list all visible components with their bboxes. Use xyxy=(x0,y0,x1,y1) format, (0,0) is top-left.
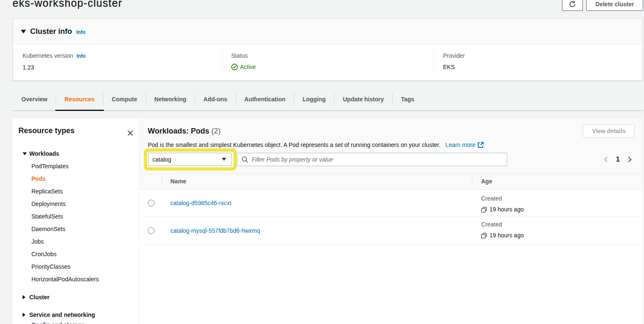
pods-panel-title: Workloads: Pods (2) xyxy=(148,127,221,136)
age-cell: Created 19 hours ago xyxy=(481,220,524,240)
pagination: 1 xyxy=(601,153,635,166)
pods-description: Pod is the smallest and simplest Kuberne… xyxy=(148,141,484,149)
cluster-info-info-link[interactable]: Info xyxy=(76,29,85,35)
search-icon xyxy=(242,156,248,163)
tree-item-priorityclasses[interactable]: PriorityClasses xyxy=(18,260,139,273)
age-text: 19 hours ago xyxy=(489,205,524,214)
sidebar-close-button[interactable] xyxy=(125,128,136,139)
status-label: Status xyxy=(231,51,434,60)
pods-panel-header: Workloads: Pods (2) View details Pod is … xyxy=(139,118,643,174)
caret-down-icon xyxy=(18,152,29,155)
pods-count: (2) xyxy=(211,127,221,135)
cluster-info-title: Cluster info xyxy=(30,27,72,36)
resource-tree: Workloads PodTemplates Pods ReplicaSets … xyxy=(18,147,139,321)
pods-panel: Workloads: Pods (2) View details Pod is … xyxy=(139,118,643,324)
status-field: Status Active xyxy=(222,44,434,80)
tree-item-podtemplates[interactable]: PodTemplates xyxy=(18,160,139,172)
tab-tags[interactable]: Tags xyxy=(393,93,423,111)
provider-label: Provider xyxy=(443,51,642,60)
tab-authentication[interactable]: Authentication xyxy=(236,93,294,111)
age-created-label: Created xyxy=(481,220,524,229)
caret-right-icon xyxy=(18,295,29,299)
learn-more-link[interactable]: Learn more xyxy=(446,141,476,148)
pods-filter-input[interactable] xyxy=(252,156,507,163)
cluster-info-body: Kubernetes versionInfo 1.23 Status Activ… xyxy=(13,44,642,80)
cluster-tabs: Overview Resources Compute Networking Ad… xyxy=(13,93,422,111)
provider-value: EKS xyxy=(443,63,642,71)
previous-page-button[interactable] xyxy=(601,154,611,165)
column-separator xyxy=(162,178,162,185)
status-text: Active xyxy=(240,63,256,71)
tab-update-history[interactable]: Update history xyxy=(335,93,392,111)
column-header-age[interactable]: Age xyxy=(481,174,492,189)
tab-overview[interactable]: Overview xyxy=(13,93,56,111)
view-details-button[interactable]: View details xyxy=(583,124,635,138)
pods-table-header: Name Age xyxy=(139,174,643,190)
kubernetes-version-value: 1.23 xyxy=(23,63,222,72)
table-row[interactable]: catalog-mysql-557fdb7bd6-hwxmq Created 1… xyxy=(139,216,643,245)
tab-networking[interactable]: Networking xyxy=(146,93,195,111)
chevron-right-icon xyxy=(627,156,632,163)
resource-types-sidebar: Resource types Workloads PodTemplates Po… xyxy=(13,118,139,324)
table-row[interactable]: catalog-d5985c46-rxcxt Created 19 hours … xyxy=(139,190,643,216)
provider-field: Provider EKS xyxy=(434,44,642,80)
collapse-caret-icon[interactable] xyxy=(21,30,26,33)
tree-group-cluster[interactable]: Cluster xyxy=(18,291,139,303)
pod-name-link[interactable]: catalog-d5985c46-rxcxt xyxy=(170,199,232,207)
caret-right-icon xyxy=(18,313,29,317)
page-title: eks-workshop-cluster xyxy=(13,0,122,9)
tree-item-horizontalpodautoscalers[interactable]: HorizontalPodAutoscalers xyxy=(18,273,139,285)
age-cell: Created 19 hours ago xyxy=(481,194,524,214)
cluster-info-card: Cluster info Info Kubernetes versionInfo… xyxy=(13,18,643,81)
kubernetes-version-info-link[interactable]: Info xyxy=(77,53,86,59)
tree-group-service-and-networking[interactable]: Service and networking xyxy=(18,309,139,321)
row-radio-button[interactable] xyxy=(148,200,155,206)
pod-name-link[interactable]: catalog-mysql-557fdb7bd6-hwxmq xyxy=(170,227,260,234)
tab-resources[interactable]: Resources xyxy=(56,93,103,111)
next-page-button[interactable] xyxy=(625,154,635,165)
resource-filter-dropdown[interactable]: catalog xyxy=(148,153,232,166)
copy-icon[interactable] xyxy=(481,207,487,213)
pods-title-text: Workloads: Pods xyxy=(148,127,209,135)
age-text: 19 hours ago xyxy=(489,231,524,240)
refresh-button[interactable] xyxy=(562,0,583,11)
resources-workspace: Resource types Workloads PodTemplates Po… xyxy=(13,118,643,324)
tab-compute[interactable]: Compute xyxy=(103,93,146,111)
column-header-name[interactable]: Name xyxy=(170,174,186,189)
kubernetes-version-field: Kubernetes versionInfo 1.23 xyxy=(13,44,222,80)
tree-item-jobs[interactable]: Jobs xyxy=(18,235,139,248)
pods-description-text: Pod is the smallest and simplest Kuberne… xyxy=(148,141,440,148)
tree-item-pods[interactable]: Pods xyxy=(18,172,139,185)
field-label-text: Kubernetes version xyxy=(23,52,73,59)
age-value: 19 hours ago xyxy=(481,205,524,214)
tree-group-label: Service and networking xyxy=(29,311,95,318)
page-number[interactable]: 1 xyxy=(616,156,620,163)
tree-item-deployments[interactable]: Deployments xyxy=(18,198,139,210)
resource-types-title: Resource types xyxy=(18,126,75,135)
tree-group-config-and-storage[interactable]: Config and storage xyxy=(31,321,85,324)
tree-item-statefulsets[interactable]: StatefulSets xyxy=(18,210,139,223)
pods-search-box xyxy=(237,153,507,166)
row-radio-button[interactable] xyxy=(148,227,155,234)
tree-group-label: Workloads xyxy=(29,150,59,157)
tree-item-cronjobs[interactable]: CronJobs xyxy=(18,248,139,260)
tree-item-replicasets[interactable]: ReplicaSets xyxy=(18,185,139,198)
caret-down-icon xyxy=(222,158,226,161)
status-active-icon xyxy=(231,64,238,70)
tab-logging[interactable]: Logging xyxy=(294,93,334,111)
external-link-icon xyxy=(477,143,484,149)
column-divider xyxy=(222,51,223,71)
tree-group-workloads[interactable]: Workloads xyxy=(18,147,139,160)
copy-icon[interactable] xyxy=(481,233,487,239)
delete-cluster-button[interactable]: Delete cluster xyxy=(586,0,643,11)
column-divider xyxy=(434,51,434,71)
chevron-left-icon xyxy=(603,156,608,163)
status-value: Active xyxy=(231,63,434,71)
tree-item-daemonsets[interactable]: DaemonSets xyxy=(18,223,139,235)
column-separator xyxy=(472,178,472,185)
tab-addons[interactable]: Add-ons xyxy=(195,93,236,111)
cluster-info-header[interactable]: Cluster info Info xyxy=(13,19,642,44)
age-value: 19 hours ago xyxy=(481,231,524,240)
refresh-icon xyxy=(569,0,576,8)
age-created-label: Created xyxy=(481,194,524,203)
